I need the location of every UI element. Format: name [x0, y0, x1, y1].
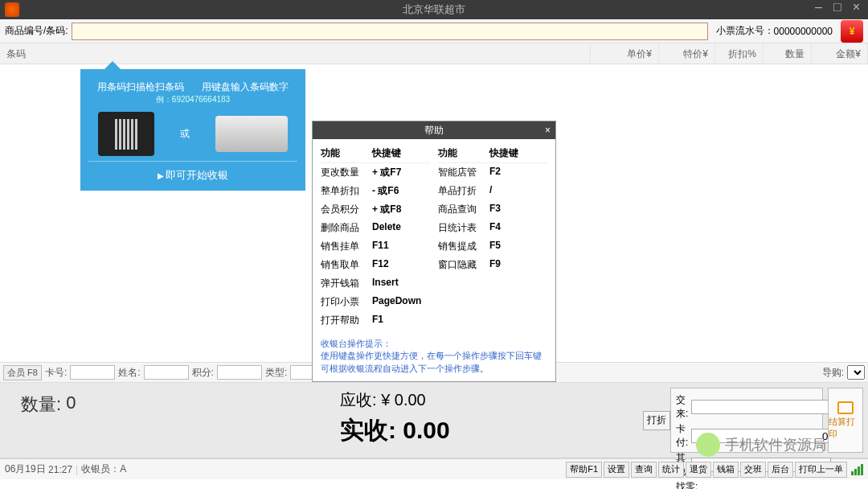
help-row: 销售提成F5 [438, 237, 547, 256]
bubble-type-text: 用键盘输入条码数字 [202, 80, 289, 94]
points-input[interactable] [217, 365, 262, 380]
help-dialog: 帮助 × 功能快捷键 更改数量+ 或F7整单折扣- 或F6会员积分+ 或F8删除… [312, 121, 556, 382]
status-cashier: 收银员：A [81, 462, 126, 476]
help-tip: 收银台操作提示： 使用键盘操作更快捷方便，在每一个操作步骤按下回车键可根据收银流… [313, 335, 555, 381]
printer-icon [837, 401, 854, 414]
wechat-icon [696, 433, 720, 457]
help-row: 智能店管F2 [438, 163, 547, 182]
barcode-input[interactable] [72, 23, 708, 40]
cash-input[interactable] [691, 400, 846, 414]
actual-value: 0.00 [403, 417, 449, 443]
receipt-number: 00000000000 [774, 26, 833, 37]
help-close-button[interactable]: × [545, 125, 551, 136]
help-row: 会员积分+ 或F8 [321, 200, 430, 219]
due-value: ¥ 0.00 [381, 391, 426, 409]
receipt-label: 小票流水号： [716, 24, 774, 38]
close-button[interactable]: × [850, 0, 863, 14]
help-col-right: 功能快捷键 智能店管F2单品打折/商品查询F3日统计表F4销售提成F5窗口隐藏F… [438, 144, 547, 330]
minimize-button[interactable]: – [812, 0, 825, 14]
titlebar: 北京华联超市 – □ × [0, 0, 868, 19]
window-title: 北京华联超市 [403, 2, 465, 17]
barcode-row: 商品编号/条码: 小票流水号： 00000000000 ¥ [0, 19, 868, 43]
name-input[interactable] [144, 365, 189, 380]
status-btn-交班[interactable]: 交班 [740, 462, 766, 478]
name-label: 姓名: [118, 366, 140, 380]
qty-label: 数量: [21, 392, 61, 417]
bubble-example: 例：6920476664183 [88, 94, 297, 105]
coin-icon[interactable]: ¥ [841, 20, 863, 43]
points-label: 积分: [192, 366, 214, 380]
bubble-or: 或 [180, 127, 190, 141]
status-btn-查询[interactable]: 查询 [631, 462, 657, 478]
help-row: 删除商品Delete [321, 219, 430, 237]
help-row: 窗口隐藏F9 [438, 256, 547, 274]
status-bar: 06月19日 21:27 | 收银员：A 帮助F1设置查询统计退货钱箱交班后台打… [0, 458, 868, 479]
help-row: 商品查询F3 [438, 200, 547, 219]
card-label: 卡号: [45, 366, 67, 380]
signal-icon [851, 464, 863, 475]
status-btn-统计[interactable]: 统计 [658, 462, 684, 478]
maximize-button[interactable]: □ [830, 0, 845, 14]
onboarding-bubble: 用条码扫描枪扫条码 用键盘输入条码数字 例：6920476664183 或 即可… [80, 69, 305, 191]
col-barcode: 条码 [0, 43, 591, 64]
col-amount: 金额¥ [812, 43, 868, 64]
guide-label: 导购: [822, 366, 844, 380]
table-header: 条码 单价¥ 特价¥ 折扣% 数量 金额¥ [0, 43, 868, 64]
guide-select[interactable] [847, 365, 865, 380]
help-row: 弹开钱箱Insert [321, 274, 430, 293]
keyboard-icon [215, 116, 288, 152]
help-title: 帮助 [424, 124, 444, 138]
discount-button[interactable]: 打折 [643, 411, 670, 430]
status-btn-打印上一单[interactable]: 打印上一单 [795, 462, 847, 478]
settle-button[interactable]: 结算打印 [828, 388, 863, 453]
help-col-left: 功能快捷键 更改数量+ 或F7整单折扣- 或F6会员积分+ 或F8删除商品Del… [321, 144, 430, 330]
bubble-start: 即可开始收银 [88, 161, 297, 183]
col-qty: 数量 [764, 43, 812, 64]
status-date: 06月19日 [5, 462, 46, 476]
status-btn-退货[interactable]: 退货 [686, 462, 711, 478]
type-label: 类型: [265, 366, 287, 380]
help-row: 日统计表F4 [438, 219, 547, 237]
barcode-label: 商品编号/条码: [5, 24, 68, 38]
actual-label: 实收: [340, 417, 396, 443]
help-row: 单品打折/ [438, 182, 547, 200]
help-row: 更改数量+ 或F7 [321, 163, 430, 182]
help-row: 销售取单F12 [321, 256, 430, 274]
barcode-icon [98, 112, 154, 156]
watermark: 手机软件资源局 [696, 433, 826, 457]
col-price: 单价¥ [591, 43, 659, 64]
help-row: 销售挂单F11 [321, 237, 430, 256]
status-btn-帮助F1[interactable]: 帮助F1 [566, 462, 602, 478]
col-special: 特价¥ [659, 43, 715, 64]
member-button[interactable]: 会员 F8 [3, 365, 42, 380]
bubble-scan-text: 用条码扫描枪扫条码 [97, 80, 184, 94]
help-title-bar[interactable]: 帮助 × [313, 121, 555, 139]
due-label: 应收: [340, 391, 377, 409]
card-input[interactable] [70, 365, 115, 380]
help-row: 打开帮助F1 [321, 311, 430, 330]
app-icon [5, 2, 19, 17]
status-btn-钱箱[interactable]: 钱箱 [713, 462, 739, 478]
qty-value: 0 [66, 392, 76, 413]
help-row: 整单折扣- 或F6 [321, 182, 430, 200]
help-row: 打印小票PageDown [321, 293, 430, 311]
status-time: 21:27 [48, 464, 72, 475]
status-btn-设置[interactable]: 设置 [604, 462, 629, 478]
col-discount: 折扣% [715, 43, 764, 64]
status-btn-后台[interactable]: 后台 [768, 462, 793, 478]
